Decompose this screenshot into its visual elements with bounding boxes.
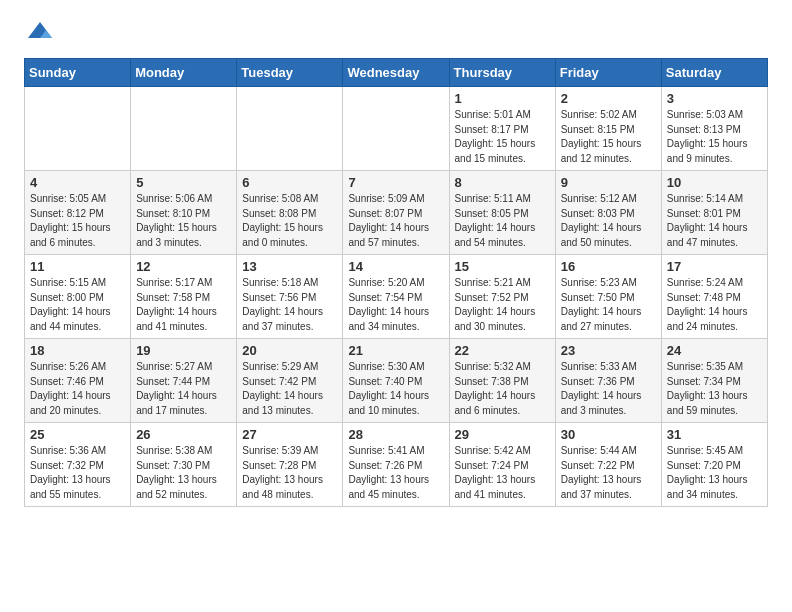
calendar-cell: 16Sunrise: 5:23 AM Sunset: 7:50 PM Dayli…: [555, 255, 661, 339]
page-header: [24, 20, 768, 42]
day-number: 18: [30, 343, 125, 358]
day-number: 3: [667, 91, 762, 106]
calendar-cell: 27Sunrise: 5:39 AM Sunset: 7:28 PM Dayli…: [237, 423, 343, 507]
day-info: Sunrise: 5:23 AM Sunset: 7:50 PM Dayligh…: [561, 276, 656, 334]
calendar-week-4: 18Sunrise: 5:26 AM Sunset: 7:46 PM Dayli…: [25, 339, 768, 423]
day-number: 30: [561, 427, 656, 442]
day-info: Sunrise: 5:44 AM Sunset: 7:22 PM Dayligh…: [561, 444, 656, 502]
day-info: Sunrise: 5:09 AM Sunset: 8:07 PM Dayligh…: [348, 192, 443, 250]
calendar-cell: 6Sunrise: 5:08 AM Sunset: 8:08 PM Daylig…: [237, 171, 343, 255]
calendar-cell: [25, 87, 131, 171]
calendar-week-1: 1Sunrise: 5:01 AM Sunset: 8:17 PM Daylig…: [25, 87, 768, 171]
day-number: 31: [667, 427, 762, 442]
calendar-cell: 12Sunrise: 5:17 AM Sunset: 7:58 PM Dayli…: [131, 255, 237, 339]
header-monday: Monday: [131, 59, 237, 87]
calendar-week-2: 4Sunrise: 5:05 AM Sunset: 8:12 PM Daylig…: [25, 171, 768, 255]
day-number: 24: [667, 343, 762, 358]
day-info: Sunrise: 5:21 AM Sunset: 7:52 PM Dayligh…: [455, 276, 550, 334]
calendar-cell: 15Sunrise: 5:21 AM Sunset: 7:52 PM Dayli…: [449, 255, 555, 339]
calendar-cell: 18Sunrise: 5:26 AM Sunset: 7:46 PM Dayli…: [25, 339, 131, 423]
header-sunday: Sunday: [25, 59, 131, 87]
day-number: 8: [455, 175, 550, 190]
day-info: Sunrise: 5:35 AM Sunset: 7:34 PM Dayligh…: [667, 360, 762, 418]
day-info: Sunrise: 5:38 AM Sunset: 7:30 PM Dayligh…: [136, 444, 231, 502]
calendar-cell: 3Sunrise: 5:03 AM Sunset: 8:13 PM Daylig…: [661, 87, 767, 171]
day-number: 4: [30, 175, 125, 190]
calendar-cell: 10Sunrise: 5:14 AM Sunset: 8:01 PM Dayli…: [661, 171, 767, 255]
calendar-cell: 9Sunrise: 5:12 AM Sunset: 8:03 PM Daylig…: [555, 171, 661, 255]
calendar-cell: 5Sunrise: 5:06 AM Sunset: 8:10 PM Daylig…: [131, 171, 237, 255]
day-info: Sunrise: 5:02 AM Sunset: 8:15 PM Dayligh…: [561, 108, 656, 166]
day-info: Sunrise: 5:20 AM Sunset: 7:54 PM Dayligh…: [348, 276, 443, 334]
day-number: 25: [30, 427, 125, 442]
header-wednesday: Wednesday: [343, 59, 449, 87]
calendar-week-5: 25Sunrise: 5:36 AM Sunset: 7:32 PM Dayli…: [25, 423, 768, 507]
day-info: Sunrise: 5:26 AM Sunset: 7:46 PM Dayligh…: [30, 360, 125, 418]
day-info: Sunrise: 5:30 AM Sunset: 7:40 PM Dayligh…: [348, 360, 443, 418]
day-number: 27: [242, 427, 337, 442]
header-tuesday: Tuesday: [237, 59, 343, 87]
day-number: 20: [242, 343, 337, 358]
header-friday: Friday: [555, 59, 661, 87]
day-number: 13: [242, 259, 337, 274]
day-number: 15: [455, 259, 550, 274]
day-info: Sunrise: 5:08 AM Sunset: 8:08 PM Dayligh…: [242, 192, 337, 250]
day-number: 14: [348, 259, 443, 274]
day-number: 7: [348, 175, 443, 190]
day-info: Sunrise: 5:11 AM Sunset: 8:05 PM Dayligh…: [455, 192, 550, 250]
day-info: Sunrise: 5:03 AM Sunset: 8:13 PM Dayligh…: [667, 108, 762, 166]
calendar-header-row: SundayMondayTuesdayWednesdayThursdayFrid…: [25, 59, 768, 87]
day-info: Sunrise: 5:29 AM Sunset: 7:42 PM Dayligh…: [242, 360, 337, 418]
day-number: 22: [455, 343, 550, 358]
day-info: Sunrise: 5:17 AM Sunset: 7:58 PM Dayligh…: [136, 276, 231, 334]
day-number: 21: [348, 343, 443, 358]
calendar-cell: 4Sunrise: 5:05 AM Sunset: 8:12 PM Daylig…: [25, 171, 131, 255]
calendar-cell: 25Sunrise: 5:36 AM Sunset: 7:32 PM Dayli…: [25, 423, 131, 507]
day-info: Sunrise: 5:18 AM Sunset: 7:56 PM Dayligh…: [242, 276, 337, 334]
calendar-cell: 26Sunrise: 5:38 AM Sunset: 7:30 PM Dayli…: [131, 423, 237, 507]
day-number: 29: [455, 427, 550, 442]
calendar-cell: 19Sunrise: 5:27 AM Sunset: 7:44 PM Dayli…: [131, 339, 237, 423]
day-info: Sunrise: 5:32 AM Sunset: 7:38 PM Dayligh…: [455, 360, 550, 418]
day-number: 17: [667, 259, 762, 274]
day-number: 9: [561, 175, 656, 190]
day-number: 1: [455, 91, 550, 106]
calendar-cell: 17Sunrise: 5:24 AM Sunset: 7:48 PM Dayli…: [661, 255, 767, 339]
day-info: Sunrise: 5:36 AM Sunset: 7:32 PM Dayligh…: [30, 444, 125, 502]
day-info: Sunrise: 5:39 AM Sunset: 7:28 PM Dayligh…: [242, 444, 337, 502]
day-number: 26: [136, 427, 231, 442]
day-number: 16: [561, 259, 656, 274]
calendar-cell: 2Sunrise: 5:02 AM Sunset: 8:15 PM Daylig…: [555, 87, 661, 171]
day-number: 11: [30, 259, 125, 274]
calendar-table: SundayMondayTuesdayWednesdayThursdayFrid…: [24, 58, 768, 507]
calendar-cell: 11Sunrise: 5:15 AM Sunset: 8:00 PM Dayli…: [25, 255, 131, 339]
day-number: 19: [136, 343, 231, 358]
day-number: 6: [242, 175, 337, 190]
header-saturday: Saturday: [661, 59, 767, 87]
calendar-cell: 20Sunrise: 5:29 AM Sunset: 7:42 PM Dayli…: [237, 339, 343, 423]
calendar-cell: [343, 87, 449, 171]
calendar-cell: 1Sunrise: 5:01 AM Sunset: 8:17 PM Daylig…: [449, 87, 555, 171]
calendar-cell: 22Sunrise: 5:32 AM Sunset: 7:38 PM Dayli…: [449, 339, 555, 423]
day-number: 28: [348, 427, 443, 442]
day-number: 5: [136, 175, 231, 190]
day-info: Sunrise: 5:27 AM Sunset: 7:44 PM Dayligh…: [136, 360, 231, 418]
calendar-cell: 31Sunrise: 5:45 AM Sunset: 7:20 PM Dayli…: [661, 423, 767, 507]
day-info: Sunrise: 5:12 AM Sunset: 8:03 PM Dayligh…: [561, 192, 656, 250]
header-thursday: Thursday: [449, 59, 555, 87]
calendar-cell: 29Sunrise: 5:42 AM Sunset: 7:24 PM Dayli…: [449, 423, 555, 507]
calendar-cell: [131, 87, 237, 171]
calendar-cell: 28Sunrise: 5:41 AM Sunset: 7:26 PM Dayli…: [343, 423, 449, 507]
day-info: Sunrise: 5:33 AM Sunset: 7:36 PM Dayligh…: [561, 360, 656, 418]
calendar-cell: 14Sunrise: 5:20 AM Sunset: 7:54 PM Dayli…: [343, 255, 449, 339]
calendar-cell: 23Sunrise: 5:33 AM Sunset: 7:36 PM Dayli…: [555, 339, 661, 423]
day-info: Sunrise: 5:01 AM Sunset: 8:17 PM Dayligh…: [455, 108, 550, 166]
day-info: Sunrise: 5:15 AM Sunset: 8:00 PM Dayligh…: [30, 276, 125, 334]
calendar-cell: 13Sunrise: 5:18 AM Sunset: 7:56 PM Dayli…: [237, 255, 343, 339]
day-info: Sunrise: 5:42 AM Sunset: 7:24 PM Dayligh…: [455, 444, 550, 502]
day-info: Sunrise: 5:06 AM Sunset: 8:10 PM Dayligh…: [136, 192, 231, 250]
calendar-cell: 7Sunrise: 5:09 AM Sunset: 8:07 PM Daylig…: [343, 171, 449, 255]
day-info: Sunrise: 5:14 AM Sunset: 8:01 PM Dayligh…: [667, 192, 762, 250]
logo-icon: [26, 20, 54, 42]
calendar-week-3: 11Sunrise: 5:15 AM Sunset: 8:00 PM Dayli…: [25, 255, 768, 339]
